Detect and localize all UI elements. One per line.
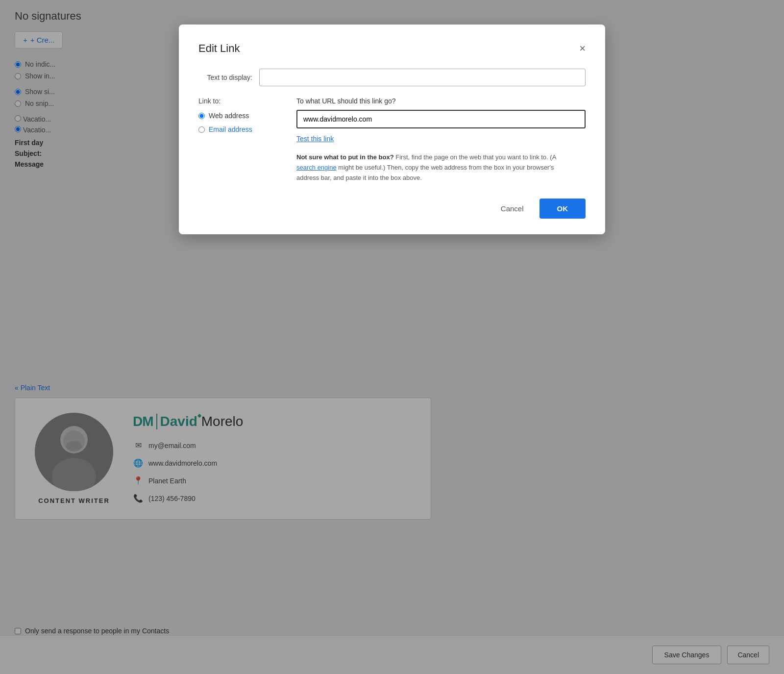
url-input[interactable]	[296, 110, 586, 128]
link-to-section: Link to: Web address Email address	[198, 97, 277, 183]
text-to-display-label: Text to display:	[198, 74, 252, 81]
url-question-label: To what URL should this link go?	[296, 97, 586, 105]
help-text1: First, find the page on the web that you…	[395, 153, 556, 161]
text-to-display-row: Text to display:	[198, 69, 586, 86]
modal-body: Link to: Web address Email address To wh…	[198, 97, 586, 183]
url-section: To what URL should this link go? Test th…	[296, 97, 586, 183]
edit-link-modal: Edit Link × Text to display: Link to: We…	[179, 25, 605, 234]
help-text: Not sure what to put in the box? First, …	[296, 152, 576, 183]
email-address-radio-label[interactable]: Email address	[198, 125, 277, 133]
modal-header: Edit Link ×	[198, 42, 586, 55]
email-address-radio[interactable]	[198, 126, 205, 133]
text-to-display-input[interactable]	[259, 69, 586, 86]
modal-title: Edit Link	[198, 42, 240, 55]
web-address-radio[interactable]	[198, 113, 205, 119]
modal-footer: Cancel OK	[198, 199, 586, 219]
web-address-radio-label[interactable]: Web address	[198, 112, 277, 120]
help-bold: Not sure what to put in the box?	[296, 153, 394, 161]
search-engine-link[interactable]: search engine	[296, 164, 337, 171]
close-button[interactable]: ×	[579, 43, 586, 54]
cancel-button[interactable]: Cancel	[491, 200, 534, 218]
test-this-link[interactable]: Test this link	[296, 135, 334, 143]
link-to-label: Link to:	[198, 97, 277, 105]
ok-button[interactable]: OK	[539, 199, 586, 219]
